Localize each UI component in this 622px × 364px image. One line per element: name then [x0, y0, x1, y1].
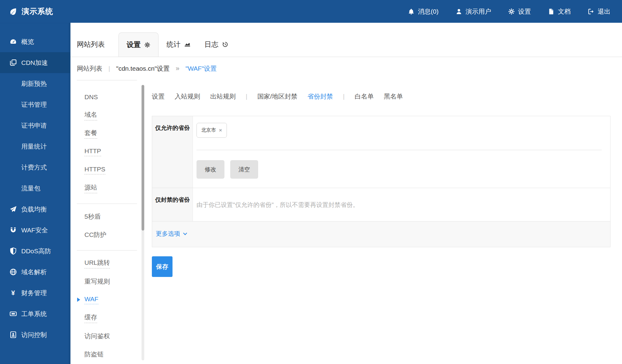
- modify-button[interactable]: 修改: [197, 160, 224, 179]
- messages-label: 消息(0): [418, 7, 439, 16]
- sidebar-item-label: 用量统计: [21, 142, 47, 151]
- subnav-divider: [77, 250, 137, 251]
- tab-settings[interactable]: 设置: [118, 32, 159, 57]
- allowed-provinces-value: 北京市 × 修改 清空: [193, 116, 610, 188]
- sidebar-item-label: 访问控制: [21, 331, 47, 339]
- subnav-top-divider: [77, 80, 137, 80]
- subnav-item-hotlink-protect[interactable]: 防盗链: [70, 345, 145, 363]
- sidebar-item-load-balance[interactable]: 负载均衡: [0, 199, 70, 220]
- leaf-icon: [9, 7, 17, 15]
- more-options-link[interactable]: 更多选项: [156, 230, 187, 238]
- sidebar-item-finance[interactable]: ¥ 财务管理: [0, 282, 70, 303]
- allowed-buttons: 修改 清空: [197, 160, 602, 179]
- tab-site-list[interactable]: 网站列表: [77, 32, 105, 57]
- subnav-item-cache[interactable]: 缓存: [70, 309, 145, 327]
- subnav-item-https[interactable]: HTTPS: [70, 161, 145, 179]
- topbar-menu: 消息(0) 演示用户 设置 文档 退出: [391, 7, 610, 16]
- subnav-item-five-sec-shield[interactable]: 5秒盾: [70, 207, 145, 226]
- waf-content: 设置 入站规则 出站规则 | 国家/地区封禁 省份封禁 | 白名单 黑名单 仅允…: [145, 80, 622, 364]
- subnav-scrollbar-track[interactable]: [142, 85, 144, 360]
- waf-tab-whitelist[interactable]: 白名单: [355, 92, 374, 101]
- user-menu-item[interactable]: 演示用户: [456, 7, 491, 16]
- subnav-scrollbar-thumb[interactable]: [142, 85, 144, 231]
- waf-tab-inbound-rules[interactable]: 入站规则: [175, 92, 200, 101]
- logout-label: 退出: [598, 7, 610, 16]
- bell-icon: [408, 8, 415, 15]
- shield-icon: [9, 247, 18, 255]
- sidebar-item-access-control[interactable]: 访问控制: [0, 324, 70, 345]
- tab-logs[interactable]: 日志: [204, 32, 228, 57]
- subnav-label: 域名: [84, 110, 97, 120]
- subnav-item-domain[interactable]: 域名: [70, 106, 145, 124]
- subnav-item-rewrite-rules[interactable]: 重写规则: [70, 272, 145, 291]
- breadcrumb-site-settings[interactable]: "cdn.teaos.cn"设置: [116, 64, 169, 73]
- sidebar-item-traffic-pack[interactable]: 流量包: [0, 178, 70, 199]
- chevron-down-icon: [183, 232, 187, 236]
- settings-menu-item[interactable]: 设置: [508, 7, 531, 16]
- sidebar-item-label: 计费方式: [21, 163, 47, 172]
- sidebar-item-cert-apply[interactable]: 证书申请: [0, 115, 70, 136]
- sidebar-item-tickets[interactable]: 工单系统: [0, 303, 70, 324]
- subnav-item-cc-protect[interactable]: CC防护: [70, 226, 145, 244]
- document-icon: [548, 8, 555, 15]
- sidebar-item-ddos[interactable]: DDoS高防: [0, 241, 70, 261]
- sidebar-item-waf-security[interactable]: WAF安全: [0, 220, 70, 241]
- tab-label: 网站列表: [77, 40, 105, 49]
- banned-placeholder-text: 由于你已设置"仅允许的省份"，所以不需要再设置封禁省份。: [197, 201, 359, 208]
- subnav-item-waf[interactable]: WAF: [70, 291, 145, 309]
- sidebar-item-cdn[interactable]: CDN加速: [0, 52, 70, 73]
- waf-tab-blacklist[interactable]: 黑名单: [384, 92, 403, 101]
- subnav-item-url-redirect[interactable]: URL跳转: [70, 254, 145, 272]
- subnav-item-dns[interactable]: DNS: [70, 88, 145, 106]
- allowed-provinces-label: 仅允许的省份: [152, 116, 193, 188]
- waf-tab-country-block[interactable]: 国家/地区封禁: [257, 92, 297, 101]
- waf-tab-outbound-rules[interactable]: 出站规则: [210, 92, 236, 101]
- id-badge-icon: [9, 331, 18, 339]
- sidebar-item-billing[interactable]: 计费方式: [0, 157, 70, 178]
- subnav-label: URL跳转: [84, 258, 110, 268]
- subnav-label: 源站: [84, 183, 97, 193]
- tab-label: 设置: [127, 40, 141, 49]
- waf-tab-province-block[interactable]: 省份封禁: [307, 92, 333, 101]
- sidebar-item-label: 财务管理: [21, 289, 47, 297]
- clear-button[interactable]: 清空: [230, 160, 258, 179]
- waf-tabs: 设置 入站规则 出站规则 | 国家/地区封禁 省份封禁 | 白名单 黑名单: [152, 92, 610, 101]
- subnav-label: 套餐: [84, 129, 97, 139]
- tab-separator: |: [343, 93, 344, 100]
- province-tag: 北京市 ×: [197, 123, 227, 138]
- sidebar-item-label: 域名解析: [21, 268, 47, 276]
- remove-tag-icon[interactable]: ×: [219, 127, 222, 133]
- breadcrumb-waf-settings[interactable]: "WAF"设置: [186, 64, 217, 73]
- subnav-label: HTTPS: [84, 166, 105, 174]
- sidebar-item-dns-resolve[interactable]: 域名解析: [0, 261, 70, 282]
- main-area: 网站列表 设置 统计 日志 网站列表 | "cdn.teaos.cn"设置 » …: [70, 23, 622, 364]
- sign-out-icon: [588, 8, 594, 15]
- app-logo: 演示系统: [9, 6, 53, 16]
- tab-statistics[interactable]: 统计: [166, 32, 191, 57]
- sidebar-item-usage-stats[interactable]: 用量统计: [0, 136, 70, 157]
- logout-menu-item[interactable]: 退出: [588, 7, 610, 16]
- sidebar-item-cert-manage[interactable]: 证书管理: [0, 94, 70, 115]
- docs-menu-item[interactable]: 文档: [548, 7, 571, 16]
- user-icon: [456, 8, 462, 15]
- sidebar-item-refresh-preheat[interactable]: 刷新预热: [0, 73, 70, 94]
- subnav-group-protect: 5秒盾 CC防护: [70, 207, 145, 244]
- subnav-item-http[interactable]: HTTP: [70, 143, 145, 161]
- magnet-icon: [9, 226, 18, 234]
- subnav-item-plan[interactable]: 套餐: [70, 124, 145, 143]
- messages-menu-item[interactable]: 消息(0): [408, 7, 439, 16]
- subnav-label: 缓存: [84, 313, 97, 323]
- clone-icon: [9, 59, 18, 66]
- app-title: 演示系统: [22, 6, 53, 16]
- breadcrumb-site-list[interactable]: 网站列表: [77, 64, 102, 73]
- tachometer-icon: [9, 38, 18, 46]
- subnav-item-origin[interactable]: 源站: [70, 179, 145, 197]
- sidebar-item-label: 负载均衡: [21, 205, 47, 214]
- subnav-item-auth[interactable]: 访问鉴权: [70, 327, 145, 345]
- field-divider: [197, 150, 602, 150]
- sidebar-item-overview[interactable]: 概览: [0, 31, 70, 52]
- waf-tab-settings[interactable]: 设置: [152, 92, 165, 101]
- banned-provinces-label: 仅封禁的省份: [152, 188, 193, 221]
- sidebar-item-label: 刷新预热: [21, 79, 47, 88]
- save-button[interactable]: 保存: [152, 256, 173, 277]
